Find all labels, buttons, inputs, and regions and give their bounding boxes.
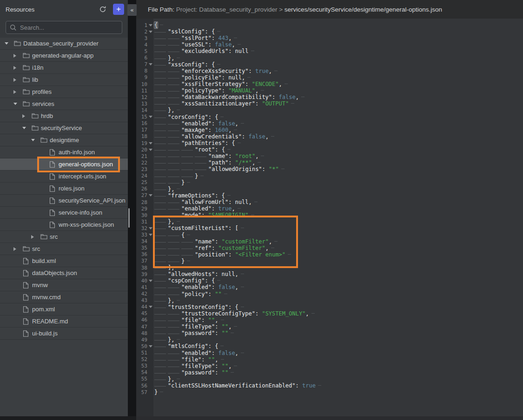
tree-item-securityservice-api-json[interactable]: securityService_API.json [0,195,128,207]
tab-indent-mark [181,160,195,166]
tree-item-label: i18n [32,64,44,71]
folder-icon [14,40,23,46]
code-line: 7"xssConfig": { [136,61,523,68]
tree-item-hrdb[interactable]: hrdb [0,110,128,122]
tab-indent-mark [168,173,181,179]
tree-item-src[interactable]: src [0,243,128,255]
tab-indent-mark [154,324,168,330]
tab-indent-mark [154,114,168,120]
tree-item-wm-xss-policies-json[interactable]: wm-xss-policies.json [0,219,128,231]
fold-arrow-icon[interactable] [147,234,153,236]
tab-indent-mark [168,81,181,87]
chevron-right-icon[interactable] [13,54,23,58]
tree-item-mvnw-cmd[interactable]: mvnw.cmd [0,291,128,303]
tab-indent-mark [154,245,168,251]
collapse-panel-button[interactable]: « [127,4,137,16]
tree-item-auth-info-json[interactable]: auth-info.json [0,146,128,158]
fold-arrow-icon[interactable] [147,280,153,282]
fold-arrow-icon[interactable] [147,24,153,26]
code-text: "clientSSLHostNameVerificationEnabled": … [154,382,321,389]
tree-item-general-options-json[interactable]: general-options.json [0,158,128,171]
tab-indent-mark [154,239,168,245]
tree-item-label: securityService [41,125,82,131]
tab-indent-mark [154,278,168,284]
chevron-right-icon[interactable] [13,90,23,94]
sidebar-scrollbar-thumb[interactable] [128,208,130,228]
chevron-down-icon[interactable] [31,139,40,141]
tree-item-service-info-json[interactable]: service-info.json [0,207,128,219]
tree-item-mvnw[interactable]: mvnw [0,279,128,291]
tree-item-readme-md[interactable]: README.md [0,315,128,328]
fold-arrow-icon[interactable] [147,63,153,66]
line-number: 13 [136,101,147,107]
fold-arrow-icon[interactable] [147,142,153,144]
tab-indent-mark [168,166,181,172]
code-line: 19"pathEntries": { [136,140,523,146]
tree-item-roles-json[interactable]: roles.json [0,183,128,195]
search-icon [10,24,17,31]
search-input[interactable] [20,21,122,33]
chevron-right-icon[interactable] [31,235,40,239]
fold-arrow-icon[interactable] [147,31,153,33]
tree-item-dataobjects-json[interactable]: dataObjects.json [0,267,128,279]
fold-arrow-icon[interactable] [147,194,153,197]
line-ending-mark [254,202,258,202]
tab-indent-mark [154,212,168,218]
code-text: "xssFilterStrategy": "ENCODE", [154,81,288,87]
tree-item-securityservice[interactable]: securityService [0,122,128,134]
tab-indent-mark [154,311,168,317]
code-text: "enabled": false, [154,350,244,356]
tab-indent-mark [168,199,181,205]
tree-item-designtime[interactable]: designtime [0,134,128,146]
tab-indent-mark [154,317,168,323]
chevron-right-icon[interactable] [13,247,23,251]
code-text: "allowedHosts": null, [154,271,244,277]
line-ending-mark [241,228,244,228]
chevron-right-icon[interactable] [22,114,32,118]
tree-item-generated-angular-app[interactable]: generated-angular-app [0,50,128,62]
chevron-down-icon[interactable] [22,127,32,129]
tab-indent-mark [168,134,181,140]
code-line: 36"position": "<Filter enum>" [136,251,523,258]
line-number: 27 [136,192,147,198]
tab-indent-mark [168,75,181,81]
tree-item-services[interactable]: services [0,98,128,110]
line-ending-mark [231,333,234,333]
chevron-right-icon[interactable] [13,78,23,82]
line-number: 39 [136,271,147,277]
tree-item-intercept-urls-json[interactable]: intercept-urls.json [0,171,128,183]
line-ending-mark [261,90,264,91]
line-ending-mark [261,156,264,156]
tree-item-label: general-options.json [59,161,113,168]
fold-arrow-icon[interactable] [147,149,153,151]
tree-item-profiles[interactable]: profiles [0,86,128,98]
code-line: 38], [136,264,523,271]
tree-item-lib[interactable]: lib [0,74,128,86]
fold-arrow-icon[interactable] [147,116,153,118]
tab-indent-mark [154,180,168,186]
tree-item-i18n[interactable]: i18n [0,62,128,74]
tab-indent-mark [154,357,168,363]
file-icon [23,318,32,325]
tree-item-database-security-provider[interactable]: Database_security_provider [0,38,128,50]
refresh-button[interactable] [97,4,108,15]
chevron-down-icon[interactable] [5,42,14,45]
chevron-down-icon[interactable] [13,103,23,105]
tab-indent-mark [181,147,195,153]
code-editor[interactable]: 1{2"sslConfig": {3"sslPort": 443,4"useSS… [136,19,523,420]
tab-indent-mark [154,376,168,382]
fold-arrow-icon[interactable] [147,306,153,308]
tab-indent-mark [154,193,168,199]
tree-item-pom-xml[interactable]: pom.xml [0,303,128,315]
line-ending-mark [187,261,190,261]
code-line: 25} [136,179,523,186]
code-text: }, [154,55,180,61]
chevron-right-icon[interactable] [13,66,23,70]
fold-arrow-icon[interactable] [147,345,153,348]
fold-arrow-icon[interactable] [147,227,153,230]
add-resource-button[interactable]: + [113,4,124,15]
tree-item-build-xml[interactable]: build.xml [0,255,128,267]
file-icon [23,270,32,276]
tree-item-ui-build-js[interactable]: ui-build.js [0,328,128,340]
tree-item-src[interactable]: src [0,231,128,243]
